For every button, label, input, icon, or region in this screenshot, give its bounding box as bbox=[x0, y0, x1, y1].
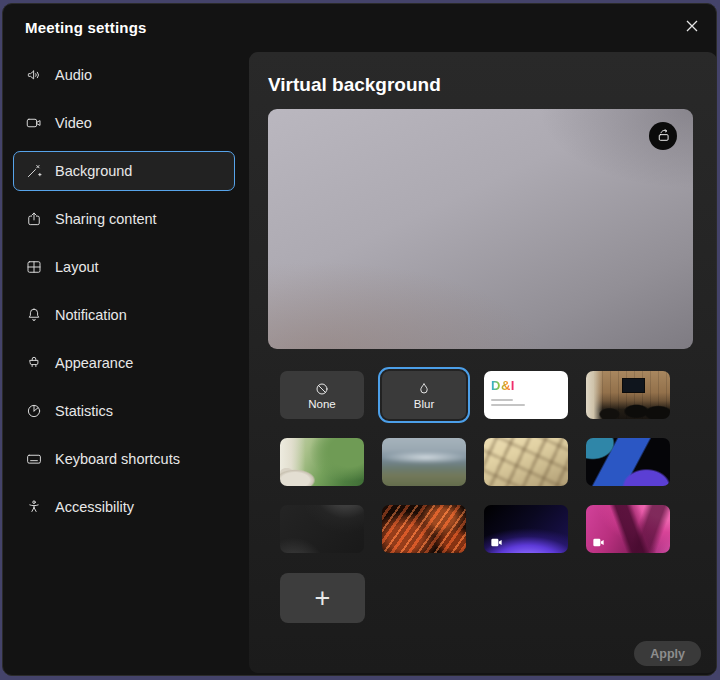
background-tile-none[interactable]: None bbox=[280, 371, 364, 419]
settings-sidebar: Audio Video Background Sharing content L bbox=[13, 55, 235, 535]
window-light-image bbox=[484, 438, 568, 486]
sidebar-item-label: Sharing content bbox=[55, 211, 157, 227]
add-background-button[interactable]: + bbox=[280, 573, 365, 623]
background-tile-video-purple[interactable] bbox=[484, 505, 568, 553]
meeting-settings-dialog: Meeting settings Audio Video Background bbox=[2, 3, 717, 676]
sidebar-item-appearance[interactable]: Appearance bbox=[13, 343, 235, 383]
background-tile-abstract-blue[interactable] bbox=[586, 438, 670, 486]
sidebar-item-label: Video bbox=[55, 115, 92, 131]
keyboard-icon bbox=[25, 450, 43, 468]
background-tile-window-light-blur[interactable] bbox=[484, 438, 568, 486]
mirror-video-button[interactable] bbox=[649, 122, 677, 150]
sidebar-item-keyboard-shortcuts[interactable]: Keyboard shortcuts bbox=[13, 439, 235, 479]
sidebar-item-label: Keyboard shortcuts bbox=[55, 451, 180, 467]
sidebar-item-video[interactable]: Video bbox=[13, 103, 235, 143]
bell-icon bbox=[25, 306, 43, 324]
dei-caption-line bbox=[491, 399, 513, 401]
sidebar-item-background[interactable]: Background bbox=[13, 151, 235, 191]
sidebar-item-accessibility[interactable]: Accessibility bbox=[13, 487, 235, 527]
prohibited-icon bbox=[314, 381, 330, 397]
plus-icon: + bbox=[315, 585, 331, 612]
sidebar-item-label: Audio bbox=[55, 67, 92, 83]
sidebar-item-sharing-content[interactable]: Sharing content bbox=[13, 199, 235, 239]
background-tile-blur[interactable]: Blur bbox=[382, 371, 466, 419]
dialog-title: Meeting settings bbox=[25, 19, 147, 36]
sidebar-item-label: Layout bbox=[55, 259, 99, 275]
tile-label: Blur bbox=[414, 398, 434, 410]
blur-droplet-icon bbox=[416, 381, 432, 397]
sidebar-item-layout[interactable]: Layout bbox=[13, 247, 235, 287]
share-icon bbox=[25, 210, 43, 228]
dei-caption-line bbox=[491, 404, 525, 406]
camera-preview bbox=[268, 109, 693, 349]
background-tile-office[interactable] bbox=[586, 371, 670, 419]
video-camera-icon bbox=[25, 114, 43, 132]
sidebar-item-notification[interactable]: Notification bbox=[13, 295, 235, 335]
accessibility-person-icon bbox=[25, 498, 43, 516]
background-tile-dei-logo[interactable]: D&I bbox=[484, 371, 568, 419]
flip-camera-icon bbox=[655, 126, 672, 147]
panel-heading: Virtual background bbox=[268, 74, 441, 96]
layout-grid-icon bbox=[25, 258, 43, 276]
mountain-image bbox=[382, 438, 466, 486]
background-options-grid: None Blur D&I bbox=[280, 371, 670, 553]
sidebar-item-label: Accessibility bbox=[55, 499, 134, 515]
sidebar-item-label: Notification bbox=[55, 307, 127, 323]
sidebar-item-statistics[interactable]: Statistics bbox=[13, 391, 235, 431]
apply-button[interactable]: Apply bbox=[634, 641, 701, 666]
paintbrush-icon bbox=[25, 354, 43, 372]
sidebar-item-audio[interactable]: Audio bbox=[13, 55, 235, 95]
sidebar-item-label: Background bbox=[55, 163, 132, 179]
sidebar-item-label: Appearance bbox=[55, 355, 133, 371]
background-tile-video-pink[interactable] bbox=[586, 505, 670, 553]
pie-chart-icon bbox=[25, 402, 43, 420]
background-tile-dark-swirl[interactable] bbox=[280, 505, 364, 553]
video-camera-badge-icon bbox=[490, 535, 503, 548]
background-tile-patio[interactable] bbox=[280, 438, 364, 486]
dei-logo-text: D&I bbox=[491, 379, 515, 392]
virtual-background-panel: Virtual background None Blur D&I bbox=[249, 52, 717, 673]
close-button[interactable] bbox=[681, 17, 703, 39]
sidebar-item-label: Statistics bbox=[55, 403, 113, 419]
background-tile-mountains-blur[interactable] bbox=[382, 438, 466, 486]
background-tile-lava[interactable] bbox=[382, 505, 466, 553]
close-icon bbox=[685, 19, 699, 37]
speaker-icon bbox=[25, 66, 43, 84]
magic-wand-icon bbox=[25, 162, 43, 180]
tile-label: None bbox=[308, 398, 336, 410]
video-camera-badge-icon bbox=[592, 535, 605, 548]
